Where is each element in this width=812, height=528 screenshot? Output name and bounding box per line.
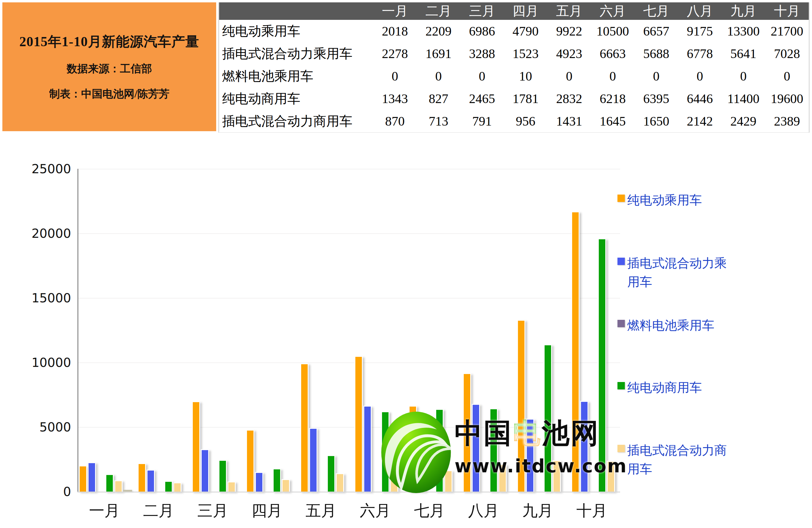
bar-插电式混合动力乘用车 — [418, 418, 426, 492]
cell-value: 2278 — [373, 42, 417, 65]
production-table-wrapper: 一月二月三月四月五月六月七月八月九月十月 纯电动乘用车2018220969864… — [218, 2, 810, 133]
x-axis-labels: 一月二月三月四月五月六月七月八月九月十月 — [77, 500, 619, 521]
table-row: 纯电动商用车1343827246517812832621863956446114… — [219, 87, 809, 110]
bar-纯电动商用车 — [219, 460, 227, 492]
cell-value: 2389 — [765, 110, 809, 132]
cell-value: 0 — [765, 65, 809, 87]
cell-value: 0 — [635, 65, 678, 87]
bar-group-九月 — [512, 169, 566, 492]
cell-value: 10500 — [591, 20, 634, 42]
bar-插电式混合动力乘用车 — [309, 428, 317, 492]
page-title: 2015年1-10月新能源汽车产量 — [19, 33, 199, 51]
table-header-month: 六月 — [591, 2, 634, 20]
legend-label: 插电式混合动力商用车 — [627, 441, 731, 479]
y-tick-label: 25000 — [31, 162, 71, 176]
cell-value: 0 — [417, 65, 460, 87]
cell-value: 827 — [417, 87, 460, 110]
y-axis-labels: 0500010000150002000025000 — [12, 169, 71, 492]
cell-value: 713 — [417, 110, 460, 132]
bar-纯电动商用车 — [273, 468, 281, 492]
y-tick-label: 0 — [63, 484, 71, 499]
bar-纯电动乘用车 — [246, 430, 255, 492]
cell-value: 1781 — [504, 87, 547, 110]
cell-value: 956 — [504, 110, 547, 132]
x-tick-label: 四月 — [240, 500, 294, 521]
bar-纯电动商用车 — [164, 481, 173, 492]
row-label: 纯电动乘用车 — [219, 20, 373, 42]
bar-插电式混合动力商用车 — [281, 479, 290, 492]
table-row: 插电式混合动力商用车870713791956143116451650214224… — [219, 110, 809, 132]
cell-value: 5688 — [635, 42, 678, 65]
cell-value: 19600 — [765, 87, 809, 110]
bar-group-七月 — [403, 169, 458, 492]
bar-group-一月 — [78, 169, 133, 492]
row-label: 纯电动商用车 — [219, 87, 373, 110]
bar-group-四月 — [241, 169, 295, 492]
table-header-month: 十月 — [765, 2, 809, 20]
info-panel: 2015年1-10月新能源汽车产量 数据来源：工信部 制表：中国电池网/陈芳芳 — [2, 2, 216, 131]
bar-插电式混合动力商用车 — [390, 470, 398, 492]
cell-value: 9175 — [678, 20, 722, 42]
cell-value: 1431 — [547, 110, 591, 132]
cell-value: 1645 — [591, 110, 634, 132]
bar-group-十月 — [566, 169, 620, 492]
legend-marker — [618, 382, 625, 390]
cell-value: 870 — [373, 110, 417, 132]
bar-group-二月 — [133, 169, 187, 492]
cell-value: 2142 — [678, 110, 722, 132]
x-tick-label: 二月 — [131, 500, 186, 521]
y-tick-label: 15000 — [31, 291, 71, 305]
bar-插电式混合动力商用车 — [444, 470, 452, 492]
row-label: 插电式混合动力乘用车 — [219, 42, 373, 65]
bar-纯电动乘用车 — [79, 466, 87, 492]
table-row: 插电式混合动力乘用车227816913288152349236663568867… — [219, 42, 809, 65]
cell-value: 2465 — [460, 87, 504, 110]
cell-value: 5641 — [722, 42, 765, 65]
data-source-label: 数据来源：工信部 — [67, 62, 152, 76]
bar-纯电动乘用车 — [138, 463, 146, 492]
bar-插电式混合动力乘用车 — [472, 404, 480, 492]
y-tick-label: 20000 — [31, 226, 71, 241]
cell-value: 0 — [678, 65, 722, 87]
x-tick-label: 十月 — [565, 500, 619, 521]
cell-value: 2429 — [722, 110, 765, 132]
bar-纯电动乘用车 — [409, 406, 417, 492]
bar-插电式混合动力商用车 — [336, 473, 344, 492]
author-label: 制表：中国电池网/陈芳芳 — [49, 87, 169, 101]
legend-label: 纯电动乘用车 — [627, 191, 731, 210]
cell-value: 2209 — [417, 20, 460, 42]
y-tick-label: 10000 — [31, 355, 71, 370]
cell-value: 3288 — [460, 42, 504, 65]
cell-value: 6663 — [591, 42, 634, 65]
y-tick-label: 5000 — [39, 420, 71, 435]
x-tick-label: 八月 — [456, 500, 510, 521]
bar-纯电动商用车 — [105, 474, 114, 492]
cell-value: 0 — [547, 65, 591, 87]
cell-value: 0 — [591, 65, 634, 87]
cell-value: 1523 — [504, 42, 547, 65]
bar-group-六月 — [349, 169, 404, 492]
table-header-month: 三月 — [460, 2, 504, 20]
x-tick-label: 一月 — [77, 500, 131, 521]
table-header-month: 八月 — [678, 2, 722, 20]
cell-value: 6778 — [678, 42, 722, 65]
bar-插电式混合动力商用车 — [553, 460, 561, 492]
bar-插电式混合动力乘用车 — [88, 462, 96, 492]
cell-value: 13300 — [722, 20, 765, 42]
bar-纯电动乘用车 — [192, 401, 200, 492]
bar-group-五月 — [295, 169, 349, 492]
x-tick-label: 三月 — [186, 500, 240, 521]
x-tick-label: 五月 — [294, 500, 348, 521]
bar-纯电动乘用车 — [517, 320, 525, 492]
cell-value: 2832 — [547, 87, 591, 110]
screenshot-root: { "info_panel": { "title": "2015年1-10月新能… — [0, 0, 812, 528]
table-header-month: 九月 — [722, 2, 765, 20]
bar-纯电动商用车 — [598, 238, 606, 492]
x-tick-label: 六月 — [348, 500, 403, 521]
legend-marker — [618, 445, 625, 452]
legend-entry: 燃料电池乘用车 — [618, 316, 736, 335]
bar-插电式混合动力乘用车 — [526, 419, 534, 492]
table-header-month: 四月 — [504, 2, 547, 20]
table-header: 一月二月三月四月五月六月七月八月九月十月 — [219, 2, 809, 20]
cell-value: 4923 — [547, 42, 591, 65]
